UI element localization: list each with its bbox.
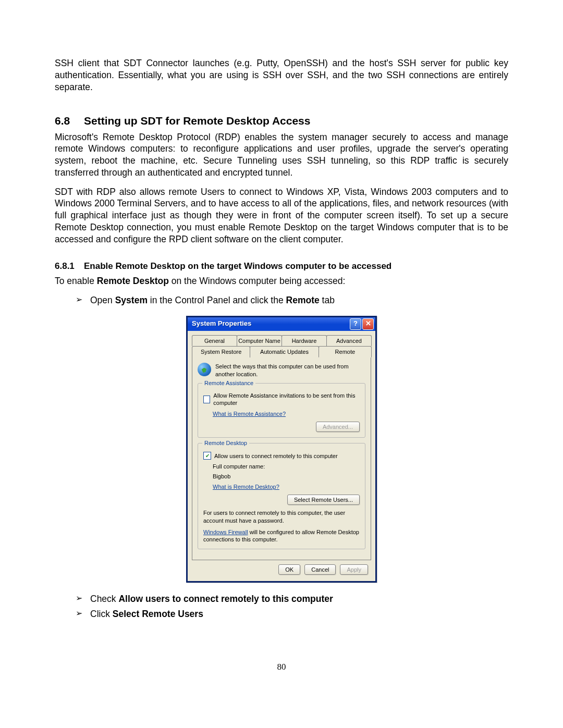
dialog-title: System Properties xyxy=(192,319,251,328)
tab-automatic-updates[interactable]: Automatic Updates xyxy=(250,346,319,357)
steps-list-2: Check Allow users to connect remotely to… xyxy=(55,593,508,620)
advanced-button[interactable]: Advanced... xyxy=(316,422,360,432)
note-password: For users to connect remotely to this co… xyxy=(203,509,360,524)
link-what-is-remote-assistance[interactable]: What is Remote Assistance? xyxy=(213,411,286,417)
tab-advanced[interactable]: Advanced xyxy=(326,335,372,346)
full-computer-name-label: Full computer name: xyxy=(213,463,360,470)
step-check-allow: Check Allow users to connect remotely to… xyxy=(76,593,508,605)
dialog-titlebar[interactable]: System Properties ? ✕ xyxy=(188,317,375,331)
section-p1: Microsoft's Remote Desktop Protocol (RDP… xyxy=(55,131,508,179)
tab-computer-name[interactable]: Computer Name xyxy=(237,335,282,346)
checkbox-remote-assistance-label: Allow Remote Assistance invitations to b… xyxy=(213,392,360,407)
panel-intro-text: Select the ways that this computer can b… xyxy=(215,363,365,378)
system-properties-dialog: System Properties ? ✕ General Computer N… xyxy=(186,316,377,583)
subsection-title: Enable Remote Desktop on the target Wind… xyxy=(84,261,391,271)
checkbox-remote-desktop-label: Allow users to connect remotely to this … xyxy=(214,452,338,460)
subsection-heading: 6.8.1Enable Remote Desktop on the target… xyxy=(55,261,508,272)
computer-name-value: Bigbob xyxy=(213,473,360,480)
group-remote-assistance: Remote Assistance Allow Remote Assistanc… xyxy=(198,383,365,438)
legend-remote-desktop: Remote Desktop xyxy=(202,439,249,447)
cancel-button[interactable]: Cancel xyxy=(304,564,336,575)
group-remote-desktop: Remote Desktop ✔ Allow users to connect … xyxy=(198,443,365,549)
tab-panel-remote: Select the ways that this computer can b… xyxy=(192,357,371,560)
select-remote-users-button[interactable]: Select Remote Users... xyxy=(287,495,360,505)
apply-button[interactable]: Apply xyxy=(340,564,368,575)
legend-remote-assistance: Remote Assistance xyxy=(202,379,255,387)
checkbox-remote-desktop[interactable]: ✔ xyxy=(203,452,211,460)
page-number: 80 xyxy=(55,661,508,673)
step-open-system: Open System in the Control Panel and cli… xyxy=(76,294,508,306)
note-firewall: Windows Firewall will be configured to a… xyxy=(203,528,360,544)
tab-remote[interactable]: Remote xyxy=(319,346,372,357)
section-heading: 6.8Setting up SDT for Remote Desktop Acc… xyxy=(55,114,508,128)
close-icon[interactable]: ✕ xyxy=(362,318,374,330)
steps-list-1: Open System in the Control Panel and cli… xyxy=(55,294,508,306)
section-p2: SDT with RDP also allows remote Users to… xyxy=(55,186,508,245)
subsection-number: 6.8.1 xyxy=(55,261,84,272)
checkbox-remote-assistance[interactable] xyxy=(203,396,210,403)
tab-system-restore[interactable]: System Restore xyxy=(192,346,250,357)
globe-icon xyxy=(198,363,211,376)
link-what-is-remote-desktop[interactable]: What is Remote Desktop? xyxy=(213,484,279,490)
section-number: 6.8 xyxy=(55,114,84,128)
help-icon[interactable]: ? xyxy=(350,318,361,330)
link-windows-firewall[interactable]: Windows Firewall xyxy=(203,529,248,535)
tab-hardware[interactable]: Hardware xyxy=(282,335,327,346)
intro-paragraph: SSH client that SDT Connector launches (… xyxy=(55,57,508,93)
subsection-lead: To enable Remote Desktop on the Windows … xyxy=(55,275,508,287)
tab-general[interactable]: General xyxy=(192,335,237,346)
ok-button[interactable]: OK xyxy=(278,564,300,575)
step-click-select: Click Select Remote Users xyxy=(76,608,508,620)
section-title: Setting up SDT for Remote Desktop Access xyxy=(84,115,310,127)
